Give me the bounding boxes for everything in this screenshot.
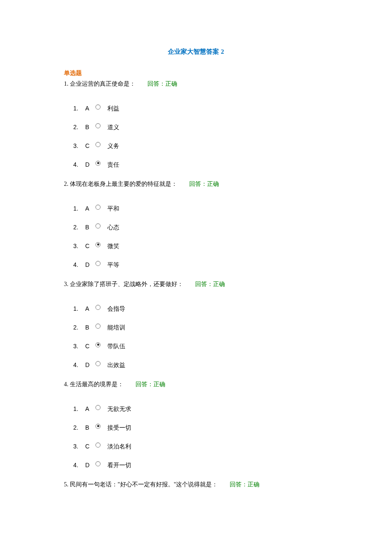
option-number: 1. [73,405,85,413]
radio-icon[interactable] [95,104,101,110]
question-number: 1. [64,81,69,87]
options-list: 1.A平和2.B心态3.C微笑4.D平等 [64,205,328,269]
option-number: 2. [73,323,85,332]
radio-wrap [95,461,107,466]
radio-icon[interactable] [95,261,101,266]
radio-wrap [95,305,107,310]
option-row[interactable]: 1.A利益 [73,104,328,113]
option-row[interactable]: 4.D平等 [73,261,328,269]
radio-icon[interactable] [95,442,101,448]
radio-icon[interactable] [95,424,101,429]
question-body: 企业家除了搭班子、定战略外，还要做好： [70,281,183,287]
question-text-line: 4. 生活最高的境界是：回答：正确 [64,380,328,389]
option-row[interactable]: 1.A会指导 [73,305,328,313]
document-title: 企业家大智慧答案 2 [64,47,328,57]
options-list: 1.A利益2.B道义3.C义务4.D责任 [64,104,328,169]
radio-wrap [95,123,107,128]
section-header: 单选题 [64,69,328,78]
option-row[interactable]: 4.D看开一切 [73,461,328,470]
radio-icon[interactable] [95,461,101,466]
radio-icon[interactable] [95,223,101,228]
option-number: 1. [73,304,85,313]
option-row[interactable]: 3.C淡泊名利 [73,442,328,451]
radio-wrap [95,342,107,347]
question-text-line: 1. 企业运营的真正使命是：回答：正确 [64,79,328,88]
option-row[interactable]: 3.C义务 [73,142,328,150]
option-letter: D [85,361,95,370]
option-letter: D [85,461,95,470]
option-letter: B [85,423,95,432]
radio-icon[interactable] [95,123,101,128]
question-text-line: 5. 民间有一句老话："好心不一定有好报。"这个说得就是：回答：正确 [64,480,328,489]
option-row[interactable]: 2.B能培训 [73,324,328,332]
option-number: 3. [73,442,85,451]
option-row[interactable]: 1.A无欲无求 [73,405,328,413]
option-letter: A [85,204,95,213]
question-number: 2. [64,181,69,187]
option-row[interactable]: 3.C微笑 [73,242,328,251]
radio-icon[interactable] [95,142,101,147]
option-letter: C [85,342,95,351]
radio-icon[interactable] [95,405,101,410]
option-label: 无欲无求 [107,405,131,413]
option-letter: A [85,405,95,413]
radio-icon[interactable] [95,305,101,310]
question-text-line: 2. 体现在老板身上最主要的爱的特征就是：回答：正确 [64,179,328,188]
radio-icon[interactable] [95,205,101,210]
option-label: 接受一切 [107,423,131,432]
question-text-line: 3. 企业家除了搭班子、定战略外，还要做好：回答：正确 [64,280,328,289]
radio-wrap [95,205,107,210]
option-label: 义务 [107,142,119,150]
option-number: 1. [73,104,85,113]
options-list: 1.A无欲无求2.B接受一切3.C淡泊名利4.D看开一切 [64,405,328,470]
question-block: 4. 生活最高的境界是：回答：正确1.A无欲无求2.B接受一切3.C淡泊名利4.… [64,380,328,470]
radio-wrap [95,424,107,429]
question-number: 4. [64,381,69,387]
radio-icon[interactable] [95,242,101,247]
option-label: 道义 [107,123,119,132]
radio-wrap [95,261,107,266]
option-number: 2. [73,423,85,432]
option-row[interactable]: 2.B接受一切 [73,424,328,432]
option-row[interactable]: 2.B道义 [73,123,328,132]
answer-feedback: 回答：正确 [195,281,225,287]
option-letter: B [85,123,95,132]
option-row[interactable]: 1.A平和 [73,205,328,213]
option-row[interactable]: 4.D出效益 [73,361,328,370]
option-number: 4. [73,160,85,169]
question-block: 2. 体现在老板身上最主要的爱的特征就是：回答：正确1.A平和2.B心态3.C微… [64,179,328,269]
option-row[interactable]: 4.D责任 [73,161,328,169]
question-number: 3. [64,281,69,287]
option-label: 利益 [107,104,119,113]
option-row[interactable]: 2.B心态 [73,223,328,232]
answer-feedback: 回答：正确 [135,381,165,387]
option-label: 会指导 [107,304,125,313]
radio-icon[interactable] [95,324,101,329]
option-label: 出效益 [107,361,125,370]
option-label: 淡泊名利 [107,442,131,451]
question-block: 5. 民间有一句老话："好心不一定有好报。"这个说得就是：回答：正确 [64,480,328,489]
radio-wrap [95,142,107,147]
option-number: 4. [73,461,85,470]
option-letter: B [85,323,95,332]
questions-container: 1. 企业运营的真正使命是：回答：正确1.A利益2.B道义3.C义务4.D责任2… [64,79,328,489]
radio-icon[interactable] [95,342,101,347]
option-number: 2. [73,123,85,132]
option-label: 微笑 [107,242,119,251]
question-block: 1. 企业运营的真正使命是：回答：正确1.A利益2.B道义3.C义务4.D责任 [64,79,328,169]
option-label: 平等 [107,260,119,269]
option-letter: B [85,223,95,232]
radio-icon[interactable] [95,161,101,166]
option-letter: A [85,304,95,313]
radio-icon[interactable] [95,361,101,366]
question-body: 民间有一句老话："好心不一定有好报。"这个说得就是： [70,481,218,488]
radio-wrap [95,161,107,166]
radio-wrap [95,242,107,247]
option-label: 能培训 [107,323,125,332]
question-body: 企业运营的真正使命是： [70,81,135,87]
option-number: 1. [73,204,85,213]
option-number: 3. [73,342,85,351]
option-letter: C [85,142,95,150]
option-row[interactable]: 3.C带队伍 [73,342,328,351]
option-label: 带队伍 [107,342,125,351]
